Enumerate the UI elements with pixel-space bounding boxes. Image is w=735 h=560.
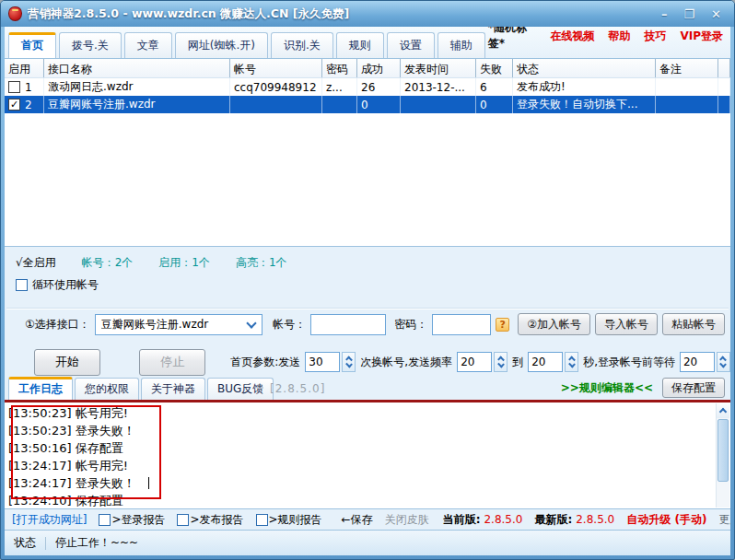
- col-note[interactable]: 备注: [656, 59, 718, 77]
- loop-accounts-checkbox[interactable]: [16, 279, 28, 291]
- tab-permissions[interactable]: 您的权限: [75, 378, 139, 400]
- login-wait-input[interactable]: [680, 352, 715, 372]
- publish-report-checkbox-item[interactable]: >发布报告: [177, 512, 243, 528]
- status-message: 停止工作！~~~: [55, 535, 138, 551]
- open-success-urls-link[interactable]: [打开成功网址]: [12, 512, 87, 528]
- app-window: 营销神器2.8.5.0 - www.wzdr.cn 微赚达人.CN [永久免费]…: [0, 0, 735, 560]
- col-success[interactable]: 成功: [357, 59, 401, 77]
- scrollbar-thumb[interactable]: [718, 419, 729, 482]
- col-password[interactable]: 密码: [322, 59, 357, 77]
- interface-select-row: ①选择接口： 豆瓣网账号注册.wzdr 帐号： 密码： ? ②加入帐号 导入帐号…: [5, 309, 730, 340]
- loop-accounts-label: 循环使用帐号: [32, 277, 99, 293]
- rule-report-checkbox[interactable]: [256, 514, 268, 526]
- table-row-selected[interactable]: ✓ 2 豆瓣网账号注册.wzdr 0 0 登录失败！自动切换下...: [5, 96, 730, 113]
- link-online-video[interactable]: 在线视频: [550, 29, 594, 44]
- tab-recognize[interactable]: 识别.关: [271, 32, 333, 58]
- work-log-panel[interactable]: [13:50:23] 帐号用完! [13:50:23] 登录失败！ [13:50…: [5, 402, 730, 509]
- frequency-to-stepper[interactable]: [565, 352, 578, 372]
- row2-password: [322, 96, 357, 113]
- save-config-button[interactable]: 保存配置: [662, 378, 725, 398]
- row2-checkbox[interactable]: ✓: [8, 99, 20, 111]
- col-enable[interactable]: 启用: [5, 59, 44, 77]
- chevron-down-icon: [497, 361, 505, 368]
- password-input[interactable]: [432, 314, 491, 335]
- tab-article[interactable]: 文章: [124, 32, 172, 58]
- tab-assist[interactable]: 辅助: [438, 32, 485, 58]
- login-report-checkbox[interactable]: [99, 514, 111, 526]
- close-skin-link[interactable]: 关闭皮肤: [385, 512, 429, 528]
- help-icon[interactable]: ?: [496, 318, 509, 332]
- status-label: 状态: [14, 535, 36, 551]
- link-help[interactable]: 帮助: [608, 29, 630, 44]
- col-account[interactable]: 帐号: [230, 59, 322, 77]
- stop-button[interactable]: 停止: [139, 349, 205, 376]
- link-vip-login[interactable]: VIP登录: [680, 29, 723, 44]
- row2-status: 登录失败！自动切换下...: [513, 96, 656, 113]
- close-button[interactable]: ✕: [711, 7, 721, 21]
- link-tips[interactable]: 技巧: [644, 29, 666, 44]
- status-divider: [45, 537, 46, 550]
- table-row[interactable]: 1 激动网日志.wzdr ccq709948912 z... 26 2013-1…: [5, 78, 730, 96]
- scroll-up-button[interactable]: [717, 403, 729, 418]
- send-count-input[interactable]: [305, 352, 340, 372]
- minimize-button[interactable]: –: [661, 7, 668, 21]
- tab-dial[interactable]: 拨号.关: [59, 32, 122, 58]
- random-tag-label[interactable]: *随机标签*: [488, 27, 537, 52]
- title-bar: 营销神器2.8.5.0 - www.wzdr.cn 微赚达人.CN [永久免费]…: [1, 1, 734, 27]
- window-controls: – ❐ ✕: [661, 7, 727, 21]
- maximize-button[interactable]: ❐: [683, 7, 694, 21]
- loop-accounts-row: 循环使用帐号: [5, 274, 730, 296]
- account-input[interactable]: [310, 314, 386, 335]
- chevron-down-icon: [720, 361, 728, 368]
- window-content: 首页 拨号.关 文章 网址(蜘蛛.开) 识别.关 规则 设置 辅助 *随机标签*…: [5, 27, 730, 555]
- col-publish-time[interactable]: 发表时间: [401, 59, 476, 77]
- row2-note: [656, 96, 718, 113]
- update-log-link[interactable]: 更新记录: [718, 512, 730, 528]
- tab-home[interactable]: 首页: [8, 32, 56, 58]
- send-count-stepper[interactable]: [342, 352, 356, 372]
- frequency-stepper[interactable]: [494, 352, 508, 372]
- tab-settings[interactable]: 设置: [387, 32, 435, 58]
- login-wait-stepper[interactable]: [717, 352, 730, 372]
- col-status[interactable]: 状态: [513, 59, 656, 77]
- tab-urls[interactable]: 网址(蜘蛛.开): [175, 32, 268, 58]
- log-line: [13:50:23] 登录失败！: [8, 422, 714, 439]
- row2-index: 2: [25, 99, 32, 111]
- import-accounts-button[interactable]: 导入帐号: [595, 313, 658, 335]
- app-logo-icon: [8, 6, 22, 21]
- summary-row: √全启用 帐号：2个 启用：1个 高亮：1个: [5, 247, 730, 274]
- start-button[interactable]: 开始: [34, 349, 100, 376]
- rule-editor-link[interactable]: >>规则编辑器<<: [561, 380, 653, 396]
- log-line: [13:24:17] 登录失败！: [8, 474, 714, 492]
- publish-report-checkbox[interactable]: [177, 514, 189, 526]
- col-fail[interactable]: 失败: [476, 59, 513, 77]
- add-account-button[interactable]: ②加入帐号: [518, 313, 590, 335]
- row2-time: [401, 96, 476, 113]
- interface-select[interactable]: 豆瓣网账号注册.wzdr: [95, 314, 262, 335]
- auto-upgrade-link[interactable]: 自动升级 (手动): [626, 512, 706, 528]
- tab-bug-feedback[interactable]: BUG反馈: [207, 378, 274, 400]
- password-label: 密码：: [394, 317, 427, 332]
- log-line: [13:24:10] 保存配置: [8, 492, 714, 509]
- row1-note: [656, 78, 718, 96]
- interface-table: 启用 接口名称 帐号 密码 成功 发表时间 失败 状态 备注 1 激动网日志.w…: [5, 58, 730, 247]
- login-report-checkbox-item[interactable]: >登录报告: [99, 512, 165, 528]
- row2-success: 0: [357, 96, 401, 113]
- save-link[interactable]: ←保存: [342, 512, 373, 528]
- log-scrollbar[interactable]: [716, 403, 729, 508]
- login-report-label: >登录报告: [111, 512, 165, 528]
- col-interface-name[interactable]: 接口名称: [44, 59, 230, 77]
- row1-account: ccq709948912: [230, 78, 322, 96]
- paste-accounts-button[interactable]: 粘贴帐号: [662, 313, 725, 335]
- col-filler: [718, 59, 730, 77]
- rule-report-checkbox-item[interactable]: >规则报告: [256, 512, 322, 528]
- row1-checkbox[interactable]: [8, 81, 20, 93]
- tab-about[interactable]: 关于神器: [141, 378, 205, 400]
- chevron-down-icon: [345, 361, 353, 368]
- tab-rules[interactable]: 规则: [336, 32, 384, 58]
- sub-tabbar: 工作日志 您的权限 关于神器 BUG反馈 [2.8.5.0] >>规则编辑器<<…: [5, 379, 730, 402]
- tab-work-log[interactable]: 工作日志: [8, 377, 73, 400]
- enable-all-toggle[interactable]: √全启用: [16, 255, 56, 271]
- frequency-input[interactable]: [457, 352, 492, 372]
- frequency-to-input[interactable]: [528, 352, 563, 372]
